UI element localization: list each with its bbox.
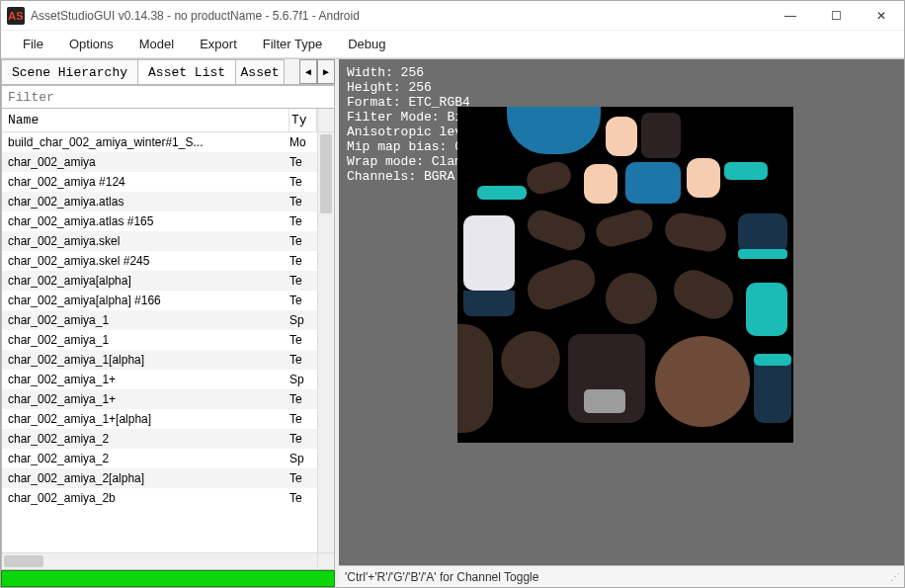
cell-name: char_002_amiya.skel #245 <box>2 254 289 268</box>
column-header-type[interactable]: Ty <box>289 109 317 131</box>
cell-type: Te <box>289 254 317 268</box>
table-row[interactable]: char_002_amiya.skel #245Te <box>2 251 317 271</box>
menu-export[interactable]: Export <box>188 33 249 55</box>
cell-name: char_002_amiya_1[alpha] <box>2 353 289 367</box>
title-bar[interactable]: AS AssetStudioGUI v0.14.38 - no productN… <box>1 1 904 31</box>
table-row[interactable]: char_002_amiya_1+Te <box>2 389 317 409</box>
cell-name: char_002_amiya.skel <box>2 234 289 248</box>
cell-type: Sp <box>289 313 317 327</box>
table-row[interactable]: char_002_amiya_1+[alpha]Te <box>2 409 317 429</box>
cell-type: Te <box>289 412 317 426</box>
sprite-blob <box>641 113 681 158</box>
cell-type: Sp <box>289 373 317 386</box>
sprite-blob <box>738 249 787 259</box>
table-row[interactable]: char_002_amiya_2Sp <box>2 449 317 468</box>
sprite-blob <box>687 158 720 198</box>
table-row[interactable]: char_002_amiya_1+Sp <box>2 370 317 389</box>
window-controls: — ☐ ✕ <box>768 1 904 30</box>
list-header: Name Ty <box>2 109 334 132</box>
table-row[interactable]: char_002_amiya_2bTe <box>2 488 317 508</box>
cell-name: char_002_amiya_1 <box>2 333 289 347</box>
tab-nav-left-icon[interactable]: ◄ <box>299 59 317 84</box>
sprite-blob <box>667 264 739 325</box>
progress-bar <box>1 570 335 587</box>
menu-model[interactable]: Model <box>127 33 186 55</box>
table-row[interactable]: char_002_amiya_2Te <box>2 429 317 449</box>
cell-type: Te <box>289 471 317 485</box>
table-row[interactable]: char_002_amiya_2[alpha]Te <box>2 468 317 488</box>
tab-asset-list[interactable]: Asset List <box>137 59 236 84</box>
resize-grip-icon[interactable]: ⋰ <box>890 571 898 582</box>
menu-debug[interactable]: Debug <box>336 33 397 55</box>
cell-type: Te <box>289 353 317 367</box>
menu-file[interactable]: File <box>11 33 55 55</box>
sprite-blob <box>606 117 637 156</box>
table-row[interactable]: char_002_amiyaTe <box>2 152 317 172</box>
sprite-blob <box>463 215 515 291</box>
status-text: 'Ctrl'+'R'/'G'/'B'/'A' for Channel Toggl… <box>345 570 538 584</box>
sprite-blob <box>477 186 527 200</box>
cell-name: char_002_amiya <box>2 155 289 169</box>
cell-name: char_002_amiya_2[alpha] <box>2 471 289 485</box>
cell-type: Te <box>289 392 317 406</box>
sprite-blob <box>746 283 787 336</box>
status-bar-right: 'Ctrl'+'R'/'G'/'B'/'A' for Channel Toggl… <box>339 565 904 587</box>
table-row[interactable]: char_002_amiya[alpha] #166Te <box>2 291 317 310</box>
close-button[interactable]: ✕ <box>859 1 904 30</box>
cell-name: char_002_amiya #124 <box>2 175 289 189</box>
sprite-blob <box>463 291 515 316</box>
cell-name: char_002_amiya.atlas <box>2 195 289 209</box>
cell-type: Te <box>289 175 317 189</box>
cell-type: Mo <box>289 135 317 149</box>
rows-container[interactable]: build_char_002_amiya_winter#1_S...Mochar… <box>2 132 317 552</box>
cell-name: char_002_amiya_2b <box>2 491 289 505</box>
sprite-blob <box>593 207 656 250</box>
maximize-button[interactable]: ☐ <box>813 1 859 30</box>
cell-name: char_002_amiya_1+ <box>2 392 289 406</box>
sprite-blob <box>522 254 600 315</box>
cell-type: Te <box>289 294 317 307</box>
cell-type: Sp <box>289 452 317 465</box>
cell-type: Te <box>289 195 317 209</box>
table-row[interactable]: build_char_002_amiya_winter#1_S...Mo <box>2 132 317 152</box>
vertical-scroll-thumb[interactable] <box>320 134 332 213</box>
horizontal-scroll-thumb[interactable] <box>4 555 43 567</box>
cell-name: char_002_amiya_2 <box>2 432 289 446</box>
cell-type: Te <box>289 234 317 248</box>
filter-input[interactable]: Filter <box>1 85 335 109</box>
sprite-blob <box>655 336 750 427</box>
window-title: AssetStudioGUI v0.14.38 - no productName… <box>31 9 768 23</box>
minimize-button[interactable]: — <box>768 1 813 30</box>
table-row[interactable]: char_002_amiya.atlasTe <box>2 192 317 211</box>
vertical-scrollbar[interactable] <box>317 132 334 552</box>
sprite-blob <box>457 324 493 433</box>
menu-filter-type[interactable]: Filter Type <box>251 33 334 55</box>
cell-name: char_002_amiya[alpha] <box>2 274 289 288</box>
cell-name: char_002_amiya_1 <box>2 313 289 327</box>
cell-name: build_char_002_amiya_winter#1_S... <box>2 135 289 149</box>
sprite-blob <box>663 210 729 254</box>
menu-options[interactable]: Options <box>57 33 125 55</box>
column-header-name[interactable]: Name <box>2 109 289 131</box>
sprite-blob <box>625 162 681 204</box>
header-scroll-gutter <box>317 109 334 131</box>
table-row[interactable]: char_002_amiya[alpha]Te <box>2 271 317 291</box>
table-row[interactable]: char_002_amiya #124Te <box>2 172 317 192</box>
preview-area[interactable]: Width: 256 Height: 256 Format: ETC_RGB4 … <box>339 59 904 565</box>
tab-asset[interactable]: Asset <box>235 59 285 84</box>
app-icon: AS <box>7 7 25 25</box>
tab-nav-right-icon[interactable]: ► <box>317 59 335 84</box>
table-row[interactable]: char_002_amiya.atlas #165Te <box>2 211 317 231</box>
app-window: AS AssetStudioGUI v0.14.38 - no productN… <box>0 0 905 588</box>
horizontal-scrollbar[interactable] <box>2 553 317 569</box>
asset-list: Name Ty build_char_002_amiya_winter#1_S.… <box>1 109 335 570</box>
sprite-blob <box>524 207 590 255</box>
table-row[interactable]: char_002_amiya.skelTe <box>2 231 317 251</box>
table-row[interactable]: char_002_amiya_1Sp <box>2 310 317 330</box>
sprite-blob <box>584 389 625 413</box>
horizontal-scroll-row <box>2 552 334 569</box>
table-row[interactable]: char_002_amiya_1Te <box>2 330 317 350</box>
tab-scene-hierarchy[interactable]: Scene Hierarchy <box>1 59 138 84</box>
cell-name: char_002_amiya_2 <box>2 452 289 465</box>
table-row[interactable]: char_002_amiya_1[alpha]Te <box>2 350 317 370</box>
